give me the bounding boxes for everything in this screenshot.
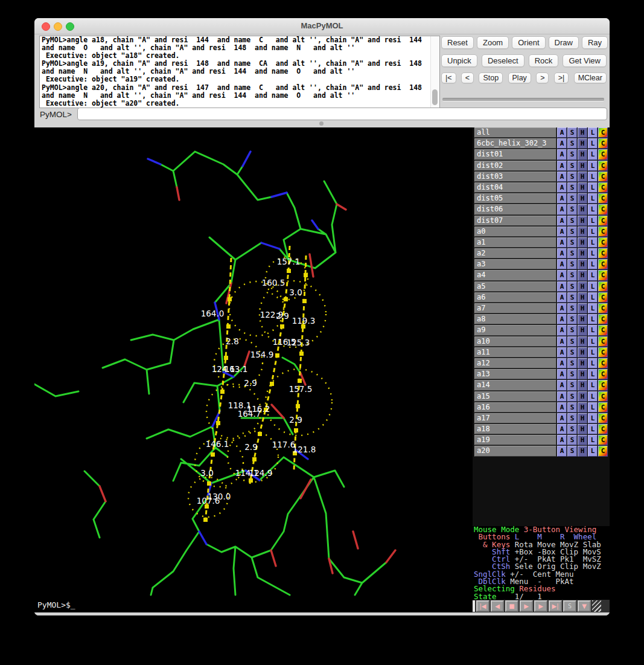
l-button[interactable]: L (588, 127, 598, 138)
command-input[interactable] (77, 108, 607, 120)
s-button[interactable]: S (567, 314, 577, 324)
step-forward-button[interactable]: ▶ (534, 600, 547, 612)
l-button[interactable]: L (588, 281, 598, 292)
console-scrollbar[interactable] (430, 36, 439, 108)
s-button[interactable]: S (567, 380, 577, 390)
a-button[interactable]: A (557, 391, 567, 402)
c-button[interactable]: C (598, 391, 608, 402)
c-button[interactable]: C (598, 303, 608, 313)
s-button[interactable]: S (567, 446, 577, 456)
toolbar-button-play[interactable]: Play (508, 72, 531, 83)
a-button[interactable]: A (557, 127, 567, 138)
s-button[interactable]: S (567, 303, 577, 313)
s-button[interactable]: S (567, 424, 577, 434)
object-name-a0[interactable]: a0 (474, 226, 556, 237)
toolbar-button-rock[interactable]: Rock (529, 54, 559, 67)
a-button[interactable]: A (557, 435, 567, 445)
s-button[interactable]: S (567, 172, 577, 182)
object-name-a5[interactable]: a5 (474, 281, 556, 292)
toolbar-button-draw[interactable]: Draw (549, 36, 579, 49)
c-button[interactable]: C (598, 182, 608, 193)
object-name-a16[interactable]: a16 (474, 402, 556, 413)
a-button[interactable]: A (557, 270, 567, 280)
s-button[interactable]: S (567, 369, 577, 379)
a-button[interactable]: A (557, 193, 567, 204)
c-button[interactable]: C (598, 270, 608, 280)
toolbar-button-[interactable]: < (461, 72, 474, 83)
object-name-a4[interactable]: a4 (474, 270, 556, 280)
object-name-6cbc_helix_302_3[interactable]: 6cbc_helix_302_3 (474, 138, 556, 149)
object-name-a12[interactable]: a12 (474, 358, 556, 368)
c-button[interactable]: C (598, 435, 608, 445)
c-button[interactable]: C (598, 138, 608, 149)
h-button[interactable]: H (578, 292, 587, 303)
l-button[interactable]: L (588, 435, 598, 445)
c-button[interactable]: C (598, 226, 608, 237)
c-button[interactable]: C (598, 193, 608, 204)
l-button[interactable]: L (588, 149, 598, 159)
l-button[interactable]: L (588, 402, 598, 413)
c-button[interactable]: C (598, 237, 608, 248)
object-name-dist04[interactable]: dist04 (474, 182, 556, 193)
l-button[interactable]: L (588, 358, 598, 368)
c-button[interactable]: C (598, 248, 608, 259)
toolbar-button-[interactable]: > (536, 72, 549, 83)
l-button[interactable]: L (588, 226, 598, 237)
movie-progress-slider[interactable] (442, 98, 604, 101)
a-button[interactable]: A (557, 314, 567, 324)
menu-down-button[interactable]: ▼ (578, 600, 591, 612)
c-button[interactable]: C (598, 204, 608, 214)
h-button[interactable]: H (578, 138, 587, 149)
a-button[interactable]: A (557, 369, 567, 379)
h-button[interactable]: H (578, 237, 587, 248)
s-button[interactable]: S (567, 347, 577, 358)
c-button[interactable]: C (598, 259, 608, 269)
object-name-a7[interactable]: a7 (474, 303, 556, 313)
l-button[interactable]: L (588, 182, 598, 193)
s-button[interactable]: S (567, 193, 577, 204)
object-name-a18[interactable]: a18 (474, 424, 556, 434)
h-button[interactable]: H (578, 446, 587, 456)
h-button[interactable]: H (578, 270, 587, 280)
l-button[interactable]: L (588, 172, 598, 182)
a-button[interactable]: A (557, 358, 567, 368)
object-name-a1[interactable]: a1 (474, 237, 556, 248)
h-button[interactable]: H (578, 226, 587, 237)
h-button[interactable]: H (578, 325, 587, 335)
object-name-dist01[interactable]: dist01 (474, 149, 556, 159)
a-button[interactable]: A (557, 347, 567, 358)
s-button[interactable]: S (567, 216, 577, 226)
object-name-a13[interactable]: a13 (474, 369, 556, 379)
l-button[interactable]: L (588, 193, 598, 204)
title-bar[interactable]: MacPyMOL (34, 18, 610, 34)
play-button[interactable]: ▶ (520, 600, 533, 612)
s-button[interactable]: S (567, 336, 577, 347)
resize-grip[interactable] (592, 600, 601, 612)
c-button[interactable]: C (598, 446, 608, 456)
object-name-a6[interactable]: a6 (474, 292, 556, 303)
c-button[interactable]: C (598, 369, 608, 379)
c-button[interactable]: C (598, 336, 608, 347)
c-button[interactable]: C (598, 216, 608, 226)
pane-drag-handle[interactable] (319, 121, 324, 126)
l-button[interactable]: L (588, 237, 598, 248)
h-button[interactable]: H (578, 259, 587, 269)
toolbar-button-reset[interactable]: Reset (441, 36, 474, 49)
a-button[interactable]: A (557, 226, 567, 237)
toolbar-button-getview[interactable]: Get View (563, 54, 607, 67)
c-button[interactable]: C (598, 127, 608, 138)
a-button[interactable]: A (557, 138, 567, 149)
a-button[interactable]: A (557, 303, 567, 313)
s-button[interactable]: S (567, 204, 577, 214)
a-button[interactable]: A (557, 259, 567, 269)
object-name-a11[interactable]: a11 (474, 347, 556, 358)
l-button[interactable]: L (588, 161, 598, 171)
s-button[interactable]: S (567, 402, 577, 413)
l-button[interactable]: L (588, 336, 598, 347)
s-button[interactable]: S (567, 270, 577, 280)
a-button[interactable]: A (557, 216, 567, 226)
a-button[interactable]: A (557, 204, 567, 214)
object-name-dist02[interactable]: dist02 (474, 161, 556, 171)
s-button[interactable]: S (567, 182, 577, 193)
s-button[interactable]: S (567, 325, 577, 335)
